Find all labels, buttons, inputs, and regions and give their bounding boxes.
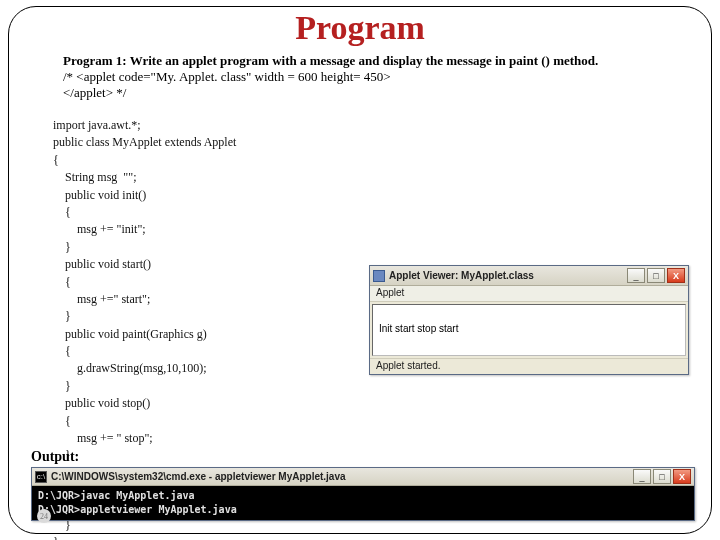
code-line: import java.awt.*;: [53, 117, 393, 134]
applet-titlebar[interactable]: Applet Viewer: MyApplet.class _ □ X: [370, 266, 688, 286]
program-prompt: Program 1: Write an applet program with …: [63, 53, 657, 101]
prompt-code-line-1: /* <applet code="My. Applet. class" widt…: [63, 69, 391, 84]
code-line: public void paint(Graphics g): [53, 326, 393, 343]
code-line: public void start(): [53, 256, 393, 273]
minimize-button[interactable]: _: [627, 268, 645, 283]
code-line: {: [53, 152, 393, 169]
cmd-body[interactable]: D:\JQR>javac MyApplet.java D:\JQR>applet…: [32, 486, 694, 520]
close-button[interactable]: X: [667, 268, 685, 283]
cmd-window-title: C:\WINDOWS\system32\cmd.exe - appletview…: [51, 471, 633, 482]
java-cup-icon: [373, 270, 385, 282]
code-line: g.drawString(msg,10,100);: [53, 360, 393, 377]
output-label: Output:: [31, 449, 79, 465]
applet-statusbar: Applet started.: [370, 358, 688, 374]
cmd-line: D:\JQR>appletviewer MyApplet.java: [38, 503, 688, 517]
applet-canvas: Init start stop start: [372, 304, 686, 356]
code-line: msg += "init";: [53, 221, 393, 238]
window-controls: _ □ X: [633, 469, 691, 484]
code-line: }: [53, 308, 393, 325]
applet-menu[interactable]: Applet: [370, 286, 688, 302]
maximize-button[interactable]: □: [653, 469, 671, 484]
cmd-titlebar[interactable]: c:\ C:\WINDOWS\system32\cmd.exe - applet…: [32, 468, 694, 486]
maximize-button[interactable]: □: [647, 268, 665, 283]
code-line: public class MyApplet extends Applet: [53, 134, 393, 151]
minimize-button[interactable]: _: [633, 469, 651, 484]
cmd-line: D:\JQR>javac MyApplet.java: [38, 489, 688, 503]
code-line: String msg "";: [53, 169, 393, 186]
applet-window-title: Applet Viewer: MyApplet.class: [389, 270, 627, 281]
code-line: }: [53, 239, 393, 256]
page-title: Program: [9, 9, 711, 47]
applet-viewer-window: Applet Viewer: MyApplet.class _ □ X Appl…: [369, 265, 689, 375]
slide-number-badge: 24: [37, 509, 51, 523]
prompt-heading: Program 1: Write an applet program with …: [63, 53, 598, 68]
code-line: }: [53, 534, 393, 540]
code-line: public void stop(): [53, 395, 393, 412]
applet-menu-item[interactable]: Applet: [376, 287, 404, 298]
code-line: public void init(): [53, 187, 393, 204]
applet-status-text: Applet started.: [376, 360, 440, 371]
code-line: {: [53, 343, 393, 360]
slide-number: 24: [40, 512, 48, 521]
code-line: msg +=" start";: [53, 291, 393, 308]
code-line: }: [53, 447, 393, 464]
cmd-icon: c:\: [35, 471, 47, 483]
code-line: {: [53, 204, 393, 221]
window-controls: _ □ X: [627, 268, 685, 283]
code-line: {: [53, 274, 393, 291]
code-line: msg += " stop";: [53, 430, 393, 447]
prompt-code-line-2: </applet> */: [63, 85, 126, 100]
close-button[interactable]: X: [673, 469, 691, 484]
code-line: }: [53, 378, 393, 395]
applet-drawn-text: Init start stop start: [379, 323, 458, 334]
code-line: {: [53, 413, 393, 430]
cmd-window: c:\ C:\WINDOWS\system32\cmd.exe - applet…: [31, 467, 695, 521]
slide-frame: Program Program 1: Write an applet progr…: [8, 6, 712, 534]
